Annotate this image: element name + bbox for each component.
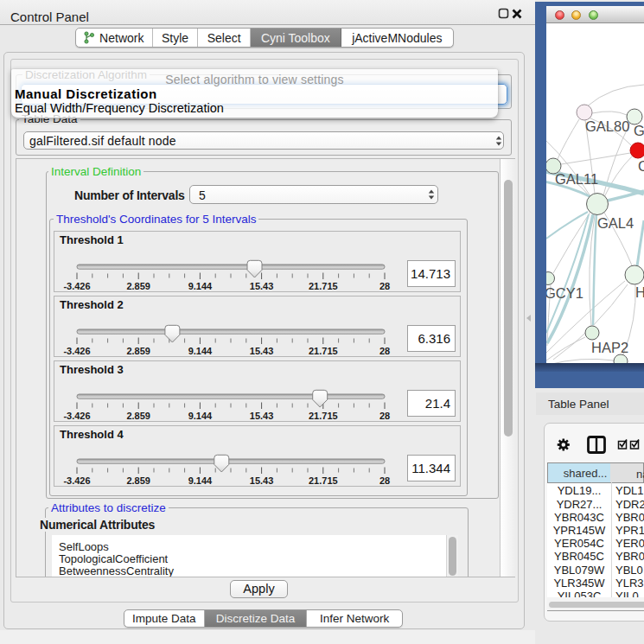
- svg-text:H: H: [635, 284, 644, 300]
- svg-text:GAL80: GAL80: [585, 118, 629, 134]
- svg-text:C: C: [638, 158, 644, 174]
- svg-text:9.144: 9.144: [188, 281, 213, 291]
- svg-text:2.859: 2.859: [126, 346, 150, 356]
- svg-text:21.715: 21.715: [309, 411, 338, 421]
- svg-text:9.144: 9.144: [188, 475, 213, 486]
- svg-text:9.144: 9.144: [188, 346, 213, 356]
- svg-text:28: 28: [379, 411, 390, 421]
- svg-text:2.859: 2.859: [126, 475, 150, 486]
- svg-text:GAL4: GAL4: [597, 215, 634, 231]
- svg-text:2.859: 2.859: [126, 281, 150, 291]
- svg-text:21.715: 21.715: [309, 346, 338, 356]
- svg-text:-3.426: -3.426: [63, 411, 90, 421]
- svg-text:GAL11: GAL11: [555, 171, 598, 187]
- svg-text:28: 28: [379, 475, 390, 486]
- svg-text:21.715: 21.715: [309, 281, 338, 291]
- svg-text:GCY1: GCY1: [546, 285, 583, 301]
- svg-text:2.859: 2.859: [126, 411, 150, 421]
- svg-text:15.43: 15.43: [250, 346, 274, 356]
- svg-text:21.715: 21.715: [309, 475, 338, 486]
- svg-text:28: 28: [379, 281, 390, 291]
- svg-text:15.43: 15.43: [250, 475, 274, 486]
- svg-text:GA: GA: [634, 123, 644, 138]
- svg-text:-3.426: -3.426: [63, 281, 90, 291]
- svg-text:15.43: 15.43: [250, 411, 274, 421]
- svg-text:15.43: 15.43: [250, 281, 274, 291]
- svg-text:9.144: 9.144: [188, 411, 213, 421]
- svg-text:28: 28: [379, 346, 390, 356]
- svg-text:HAP2: HAP2: [591, 340, 628, 355]
- svg-text:-3.426: -3.426: [63, 346, 90, 356]
- svg-text:-3.426: -3.426: [63, 475, 90, 486]
